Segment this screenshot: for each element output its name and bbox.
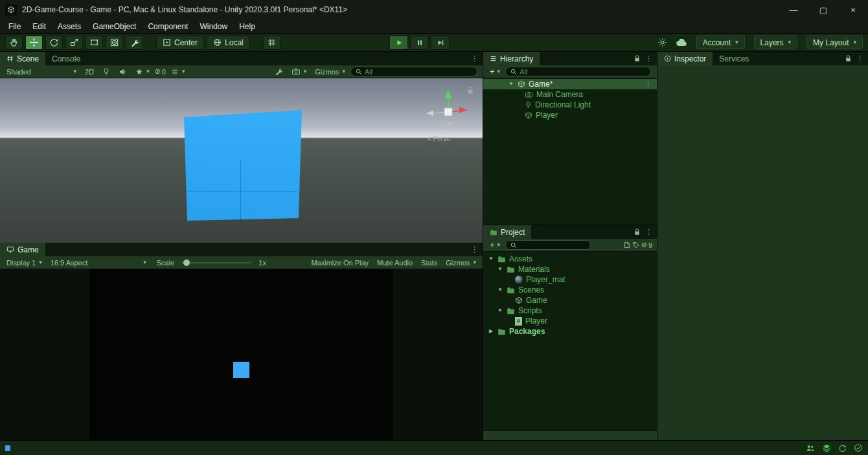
scene-viewport[interactable]: < Perso	[0, 78, 483, 243]
tree-expand-icon[interactable]: ▼	[497, 267, 503, 272]
pivot-local-button[interactable]: Local	[207, 36, 250, 50]
scene-panel-menu-icon[interactable]: ⋮	[471, 55, 478, 62]
inspector-menu-icon[interactable]: ⋮	[856, 55, 863, 62]
project-lock-icon[interactable]	[634, 228, 640, 236]
hierarchy-row-directional-light[interactable]: Directional Light	[483, 100, 657, 110]
hierarchy-row-player[interactable]: Player	[483, 110, 657, 120]
scene-options-icon[interactable]: ⋮	[645, 81, 657, 88]
search-by-type-icon[interactable]	[624, 241, 630, 249]
menu-help[interactable]: Help	[233, 19, 261, 34]
menu-gameobject[interactable]: GameObject	[87, 19, 142, 34]
perspective-label[interactable]: < Perso	[428, 135, 450, 142]
project-row-player-script[interactable]: # Player	[483, 316, 657, 326]
scene-audio-button[interactable]	[115, 65, 130, 78]
scene-gizmos-dropdown[interactable]: Gizmos ▾	[312, 65, 348, 78]
cloud-icon[interactable]	[676, 38, 687, 47]
rect-tool-button[interactable]	[86, 36, 103, 50]
search-by-label-icon[interactable]	[632, 241, 639, 249]
grid-snapping-button[interactable]	[263, 36, 280, 50]
project-create-button[interactable]: + ▾	[486, 239, 503, 252]
hierarchy-create-button[interactable]: + ▾	[486, 65, 503, 78]
pause-button[interactable]	[410, 36, 429, 50]
maximize-on-play-button[interactable]: Maximize On Play	[308, 256, 372, 269]
scene-lighting-button[interactable]	[99, 65, 113, 78]
project-row-scripts[interactable]: ▼ Scripts	[483, 305, 657, 316]
scale-tool-button[interactable]	[65, 36, 83, 50]
inspector-lock-icon[interactable]	[845, 55, 851, 62]
transform-tool-button[interactable]	[106, 36, 123, 50]
account-dropdown[interactable]: Account ▾	[696, 36, 745, 49]
move-tool-button[interactable]	[25, 36, 43, 50]
menu-component[interactable]: Component	[142, 19, 194, 34]
status-ok-icon[interactable]	[854, 443, 863, 452]
scene-grid-dropdown[interactable]: ▾	[168, 65, 188, 78]
minimize-button[interactable]: —	[779, 0, 808, 19]
tab-console[interactable]: Console	[45, 52, 87, 65]
tree-expand-icon[interactable]: ▼	[508, 82, 514, 87]
project-row-assets[interactable]: ▼ Assets	[483, 254, 657, 264]
console-message-icon[interactable]	[5, 445, 10, 451]
tab-inspector[interactable]: Inspector	[657, 52, 713, 65]
scene-camera-dropdown[interactable]: ▾	[288, 65, 310, 78]
hierarchy-row-main-camera[interactable]: Main Camera	[483, 89, 657, 100]
stats-button[interactable]: Stats	[418, 256, 440, 269]
player-cube-object[interactable]	[183, 109, 303, 225]
game-gizmos-dropdown[interactable]: Gizmos ▾	[442, 256, 479, 269]
play-button[interactable]	[389, 36, 408, 50]
tree-expand-icon[interactable]: ▼	[497, 308, 503, 313]
hierarchy-lock-icon[interactable]	[634, 55, 640, 62]
hierarchy-search-input[interactable]	[520, 68, 646, 76]
hidden-packages-button[interactable]: ⊘ 9	[641, 241, 652, 249]
scene-tools-button[interactable]	[271, 65, 286, 78]
scene-search-input[interactable]	[365, 68, 472, 76]
scene-visibility-button[interactable]: ⊘ 0	[155, 67, 166, 76]
collab-icon[interactable]	[806, 444, 815, 452]
step-button[interactable]	[431, 36, 450, 50]
shading-dropdown[interactable]: Shaded ▾	[3, 65, 80, 78]
layout-dropdown[interactable]: My Layout ▾	[806, 36, 863, 49]
toggle-2d-button[interactable]: 2D	[82, 65, 97, 78]
scale-slider[interactable]	[181, 262, 251, 263]
refresh-icon[interactable]	[838, 444, 847, 452]
hand-tool-button[interactable]	[5, 36, 23, 50]
hierarchy-row-scene-game[interactable]: ▼ Game* ⋮	[483, 79, 657, 89]
scene-search[interactable]	[350, 67, 477, 76]
mute-audio-button[interactable]: Mute Audio	[374, 256, 416, 269]
pivot-center-button[interactable]: Center	[156, 36, 204, 50]
maximize-button[interactable]: ▢	[808, 0, 838, 19]
project-search-input[interactable]	[520, 241, 586, 249]
project-search[interactable]	[505, 240, 591, 250]
project-row-game-scene[interactable]: Game	[483, 295, 657, 305]
custom-tool-button[interactable]	[126, 36, 143, 50]
scene-effects-dropdown[interactable]: ▾	[132, 65, 153, 78]
tree-expand-icon[interactable]: ▼	[488, 256, 494, 261]
game-panel-menu-icon[interactable]: ⋮	[471, 246, 478, 253]
aspect-dropdown[interactable]: 16:9 Aspect ▾	[47, 256, 150, 269]
hierarchy-menu-icon[interactable]: ⋮	[645, 55, 652, 62]
project-row-materials[interactable]: ▼ Materials	[483, 264, 657, 274]
game-viewport[interactable]	[0, 269, 483, 440]
menu-window[interactable]: Window	[194, 19, 233, 34]
tab-game[interactable]: Game	[0, 243, 45, 256]
tab-services[interactable]: Services	[713, 52, 755, 65]
layers-dropdown[interactable]: Layers ▾	[754, 36, 798, 49]
project-row-packages[interactable]: ▶ Packages	[483, 326, 657, 337]
tab-project[interactable]: Project	[483, 225, 531, 239]
menu-assets[interactable]: Assets	[52, 19, 87, 34]
tree-expand-icon[interactable]: ▼	[497, 287, 503, 293]
menu-edit[interactable]: Edit	[27, 19, 52, 34]
display-dropdown[interactable]: Display 1 ▾	[3, 256, 45, 269]
project-row-scenes[interactable]: ▼ Scenes	[483, 285, 657, 295]
project-row-player-mat[interactable]: Player_mat	[483, 274, 657, 285]
menu-file[interactable]: File	[3, 19, 27, 34]
close-button[interactable]: ×	[838, 0, 868, 19]
tab-scene[interactable]: Scene	[0, 52, 45, 65]
layers-status-icon[interactable]	[822, 443, 831, 452]
gizmo-lock-icon[interactable]	[467, 87, 474, 94]
scale-slider-handle[interactable]	[183, 260, 190, 266]
tree-collapse-icon[interactable]: ▶	[488, 329, 494, 334]
hierarchy-search[interactable]	[505, 67, 651, 76]
tab-hierarchy[interactable]: Hierarchy	[483, 52, 540, 65]
rotate-tool-button[interactable]	[45, 36, 63, 50]
progress-activity-icon[interactable]	[657, 38, 667, 47]
